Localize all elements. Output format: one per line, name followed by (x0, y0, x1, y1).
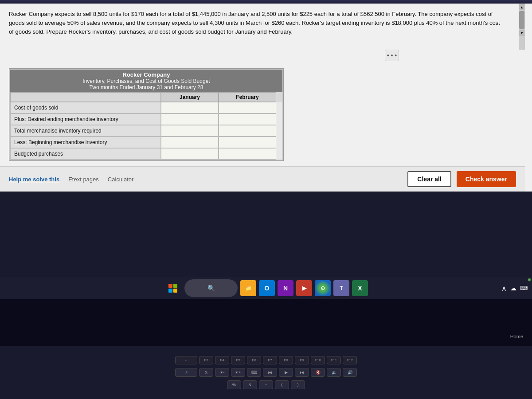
cogs-jan-input[interactable] (161, 102, 218, 113)
check-answer-button[interactable]: Check answer (457, 171, 516, 187)
kb-rparen-key[interactable]: ) (291, 380, 305, 389)
scroll-down-arrow[interactable]: ▼ (519, 30, 524, 36)
kb-brightness-down-key[interactable]: ☀- (215, 368, 229, 377)
file-manager-icon: 📁 (245, 285, 252, 291)
kb-ampersand-key[interactable]: & (243, 380, 257, 389)
row-label-cogs: Cost of goods sold (10, 102, 161, 113)
cogs-feb-cell[interactable] (219, 102, 276, 113)
kb-back-key[interactable]: ← (175, 356, 197, 364)
top-bar (0, 0, 532, 4)
kb-lparen-key[interactable]: ( (275, 380, 289, 389)
budgeted-purchases-jan-cell[interactable] (161, 148, 219, 160)
chevron-up-icon[interactable]: ∧ (501, 284, 507, 293)
etext-link[interactable]: Etext pages (68, 176, 99, 183)
scroll-up-arrow[interactable]: ▲ (519, 4, 524, 10)
home-label: Home (510, 334, 523, 339)
keyboard-area: ← F3 F4 F5 F6 F7 F8 F9 F10 F11 F12 ↗ X ☀… (0, 346, 532, 399)
content-area: Rocker Company expects to sell 8,500 uni… (0, 4, 532, 192)
kb-media-play-key[interactable]: ▶ (279, 368, 293, 377)
kb-mute-key[interactable]: 🔇 (311, 368, 325, 377)
taskbar-search[interactable]: 🔍 (184, 279, 238, 297)
kb-f7-key[interactable]: F7 (263, 356, 277, 364)
expand-dots-button[interactable]: • • • (385, 50, 399, 61)
kb-percent-key[interactable]: % (227, 380, 241, 389)
row-label-total-inv: Total merchandise inventory required (10, 125, 161, 137)
budgeted-purchases-feb-input[interactable] (219, 149, 276, 159)
help-link[interactable]: Help me solve this (9, 176, 59, 183)
scroll-bar[interactable]: ▲ ▼ (519, 4, 525, 50)
beg-inv-feb-input[interactable] (219, 137, 276, 148)
kb-f3-key[interactable]: F3 (199, 356, 213, 364)
ending-inv-feb-input[interactable] (219, 114, 276, 125)
win-square-green (173, 284, 177, 288)
kb-f6-key[interactable]: F6 (247, 356, 261, 364)
kb-asterisk-key[interactable]: * (259, 380, 273, 389)
taskbar-app-media[interactable]: ▶ (296, 280, 312, 296)
period: Two months Ended January 31 and February… (14, 84, 279, 90)
windows-start-button[interactable] (164, 279, 182, 297)
taskbar-app-onenote[interactable]: N (278, 280, 293, 296)
total-inv-feb-input[interactable] (219, 125, 276, 136)
scroll-thumb[interactable] (519, 11, 524, 29)
taskbar-app-outlook[interactable]: O (259, 280, 275, 296)
cogs-jan-cell[interactable] (161, 102, 219, 113)
february-col-header: February (219, 92, 276, 102)
teams-icon: T (340, 285, 343, 291)
budget-section: Rocker Company Inventory, Purchases, and… (0, 68, 525, 161)
kb-brightness-up-key[interactable]: ☀+ (231, 368, 245, 377)
teams-status-dot (528, 278, 531, 282)
kb-f4-key[interactable]: F4 (215, 356, 229, 364)
row-label-ending-inv: Plus: Desired ending merchandise invento… (10, 113, 161, 125)
taskbar-app-teams[interactable]: T (333, 280, 349, 296)
browser-icon: ⊙ (321, 285, 325, 291)
kb-f8-key[interactable]: F8 (279, 356, 293, 364)
calculator-link[interactable]: Calculator (108, 176, 134, 183)
kb-shift-key[interactable]: ↗ (175, 368, 197, 377)
right-actions: Clear all Check answer (407, 171, 516, 187)
keyboard-layout-icon[interactable]: ⌨ (520, 285, 528, 291)
win-square-blue (168, 289, 172, 293)
excel-icon: X (358, 285, 362, 292)
ending-inv-jan-cell[interactable] (161, 113, 219, 125)
beg-inv-feb-cell[interactable] (219, 137, 276, 148)
taskbar-app-file-manager[interactable]: 📁 (240, 280, 256, 296)
total-inv-jan-cell[interactable] (161, 125, 219, 137)
left-actions: Help me solve this Etext pages Calculato… (9, 176, 394, 183)
budgeted-purchases-feb-cell[interactable] (219, 148, 276, 160)
company-name: Rocker Company (14, 71, 279, 78)
total-inv-jan-input[interactable] (161, 125, 218, 136)
ending-inv-jan-input[interactable] (161, 114, 218, 125)
kb-f10-key[interactable]: F10 (311, 356, 325, 364)
row-label-budgeted-purchases: Budgeted purchases (10, 148, 161, 160)
kb-media-next-key[interactable]: ⏭ (295, 368, 309, 377)
ending-inv-feb-cell[interactable] (219, 113, 276, 125)
onenote-icon: N (283, 285, 288, 292)
taskbar-app-browser[interactable]: ⊙ (315, 280, 331, 296)
kb-vol-down-key[interactable]: 🔉 (327, 368, 341, 377)
beg-inv-jan-input[interactable] (161, 137, 218, 148)
cogs-feb-input[interactable] (219, 102, 276, 113)
budgeted-purchases-jan-input[interactable] (161, 149, 218, 159)
kb-f9-key[interactable]: F9 (295, 356, 309, 364)
kb-media-prev-key[interactable]: ⏮ (263, 368, 277, 377)
kb-keyboard-key[interactable]: ⌨ (247, 368, 261, 377)
kb-x-key[interactable]: X (199, 368, 213, 377)
beg-inv-jan-cell[interactable] (161, 137, 219, 148)
taskbar-app-excel[interactable]: X (352, 280, 368, 296)
kb-f12-key[interactable]: F12 (343, 356, 357, 364)
table-row: Cost of goods sold (10, 102, 282, 113)
kb-f11-key[interactable]: F11 (327, 356, 341, 364)
clear-all-button[interactable]: Clear all (407, 171, 451, 187)
total-inv-feb-cell[interactable] (219, 125, 276, 137)
outlook-icon: O (265, 285, 270, 292)
keyboard-modifier-row: ↗ X ☀- ☀+ ⌨ ⏮ ▶ ⏭ 🔇 🔉 🔊 (175, 368, 357, 377)
table-row: Total merchandise inventory required (10, 125, 282, 137)
cloud-icon[interactable]: ☁ (510, 285, 516, 292)
kb-f5-key[interactable]: F5 (231, 356, 245, 364)
budget-table: Rocker Company Inventory, Purchases, and… (9, 68, 284, 161)
january-col-header: January (161, 92, 219, 102)
windows-logo (168, 284, 177, 293)
kb-vol-up-key[interactable]: 🔊 (343, 368, 357, 377)
table-row: Plus: Desired ending merchandise invento… (10, 113, 282, 125)
table-row: Budgeted purchases (10, 148, 282, 160)
